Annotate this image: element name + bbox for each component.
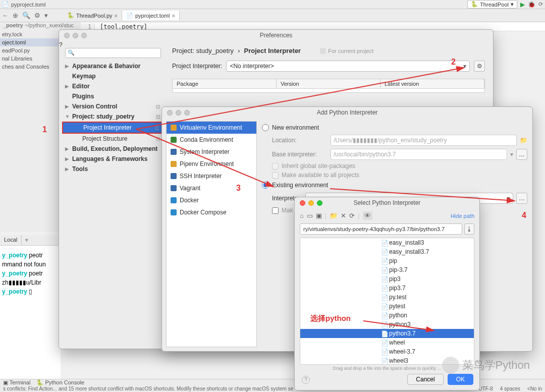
existing-environment-radio[interactable]: [262, 182, 269, 189]
settings-tree-item[interactable]: Project Interpreter⊡: [62, 122, 163, 134]
settings-tree-item[interactable]: ▶Editor: [62, 81, 163, 91]
sidebar-item[interactable]: oject.toml: [0, 38, 61, 46]
file-list-item[interactable]: 📄pip3: [300, 274, 474, 284]
file-list[interactable]: 选择python 📄easy_install3📄easy_install3.7📄…: [300, 238, 474, 365]
location-input[interactable]: [331, 135, 517, 146]
interpreter-type-item[interactable]: SSH Interpreter: [167, 170, 256, 182]
settings-tree-item[interactable]: Keymap: [62, 71, 163, 81]
col-version[interactable]: Version: [277, 79, 380, 88]
show-hidden-icon[interactable]: 👁: [363, 211, 372, 220]
close-icon[interactable]: ×: [115, 13, 118, 19]
file-icon: 📄: [381, 340, 387, 346]
settings-tree-item[interactable]: ▶Tools: [62, 164, 163, 174]
sidebar-item[interactable]: nal Libraries: [0, 54, 61, 63]
more-icon[interactable]: ⟳: [538, 1, 543, 8]
run-icon[interactable]: ▶: [520, 1, 525, 8]
file-list-item[interactable]: 📄easy_install3.7: [300, 247, 474, 256]
chevron-down-icon: ▾: [511, 1, 514, 8]
file-list-item[interactable]: 📄pip-3.7: [300, 265, 474, 274]
file-list-item[interactable]: 📄pip3.7: [300, 284, 474, 293]
debug-icon[interactable]: 🐞: [528, 1, 535, 8]
settings-search[interactable]: 🔍: [65, 48, 161, 58]
new-environment-radio[interactable]: [262, 124, 269, 131]
close-icon[interactable]: ×: [172, 13, 175, 19]
tab-threadpool[interactable]: 🐍 ThreadPool.py ×: [63, 11, 122, 20]
file-icon: 📄: [381, 240, 387, 246]
file-icon: 📄: [126, 12, 133, 19]
interpreter-dropdown[interactable]: <No interpreter> ▾: [226, 61, 470, 72]
sidebar-item[interactable]: etry.lock: [0, 30, 61, 38]
settings-tree-item[interactable]: ▶Version Control⊡: [62, 101, 163, 111]
settings-tree-item[interactable]: ▶Build, Execution, Deployment: [62, 144, 163, 154]
file-list-item[interactable]: 📄wheel-3.7: [300, 347, 474, 356]
interpreter-type-list[interactable]: Virtualenv EnvironmentConda EnvironmentS…: [166, 121, 257, 347]
location-label: Location:: [272, 137, 328, 144]
help-icon[interactable]: ?: [302, 376, 310, 384]
file-list-item[interactable]: 📄python3.7: [300, 329, 474, 338]
python-icon: 🐍: [67, 12, 74, 19]
encoding[interactable]: UTF-8: [478, 386, 493, 392]
back-icon[interactable]: ←: [2, 12, 9, 19]
settings-tree-item[interactable]: ▶Appearance & Behavior: [62, 61, 163, 71]
indent[interactable]: 4 spaces: [500, 386, 520, 392]
home-icon[interactable]: ⌂: [300, 212, 304, 219]
folder-icon[interactable]: 📁: [520, 137, 527, 144]
delete-icon[interactable]: ✕: [341, 212, 346, 219]
settings-tree-item[interactable]: Project Structure⊡: [62, 134, 163, 144]
make-available-checkbox[interactable]: [272, 172, 279, 179]
settings-tree-item[interactable]: Plugins: [62, 91, 163, 101]
desktop-icon[interactable]: ▭: [307, 212, 313, 219]
col-latest[interactable]: Latest version: [380, 79, 484, 88]
make-available-label: Make available to all projects: [282, 172, 359, 179]
hide-path-link[interactable]: Hide path: [451, 213, 474, 219]
sidebar-item[interactable]: eadPool.py: [0, 46, 61, 54]
chevron-icon[interactable]: ▾: [44, 12, 48, 19]
status-interpreter[interactable]: <No in: [527, 386, 542, 392]
find-icon[interactable]: 🔍: [22, 12, 30, 19]
new-folder-icon[interactable]: 📁: [330, 212, 338, 219]
gear-button[interactable]: ⚙: [474, 61, 485, 72]
terminal-tool[interactable]: ▣ Terminal: [3, 379, 30, 386]
tab-label: pyproject.toml: [135, 13, 170, 19]
file-list-item[interactable]: 📄py.test: [300, 293, 474, 302]
sync-icon[interactable]: ⊕: [13, 12, 18, 19]
browse-button[interactable]: …: [516, 149, 527, 160]
file-list-item[interactable]: 📄pip: [300, 256, 474, 265]
refresh-icon[interactable]: ⟳: [349, 212, 355, 219]
python-console-tool[interactable]: 🐍 Python Console: [36, 379, 84, 386]
interpreter-type-item[interactable]: Virtualenv Environment: [167, 122, 256, 134]
inherit-checkbox[interactable]: [272, 163, 279, 170]
terminal-body[interactable]: y_poetry peotrmmand not founy_poetry poe…: [0, 246, 61, 301]
interpreter-type-item[interactable]: Docker Compose: [167, 206, 256, 218]
settings-tree-item[interactable]: ▼Project: study_poetry⊡: [62, 111, 163, 122]
download-icon[interactable]: ⭳: [464, 223, 474, 235]
interpreter-type-item[interactable]: Conda Environment: [167, 134, 256, 146]
run-config-name: ThreadPool: [480, 2, 509, 8]
path-input[interactable]: ry/virtualenvs/study-poetry-43qqhuyh-py3…: [300, 223, 462, 235]
make-checkbox-2[interactable]: [272, 207, 279, 214]
file-chooser-toolbar: ⌂ ▭ ▣ | 📁 ✕ ⟳ | 👁 Hide path: [300, 211, 474, 220]
base-interpreter-input[interactable]: [331, 149, 507, 160]
col-package[interactable]: Package: [173, 79, 277, 88]
run-config-selector[interactable]: 🐍 ThreadPool ▾: [467, 0, 517, 9]
add-terminal-icon[interactable]: +: [22, 235, 31, 245]
interpreter-type-item[interactable]: Pipenv Environment: [167, 158, 256, 170]
sidebar-item[interactable]: ches and Consoles: [0, 63, 61, 71]
settings-breadcrumb: Project: study_poetry › Project Interpre…: [168, 45, 489, 57]
settings-icon[interactable]: ⚙: [34, 12, 40, 19]
terminal-tab-local[interactable]: Local: [0, 235, 22, 245]
interpreter-type-item[interactable]: Vagrant: [167, 182, 256, 194]
file-list-item[interactable]: 📄pytest: [300, 302, 474, 311]
ok-button[interactable]: OK: [448, 374, 473, 385]
interpreter-type-item[interactable]: System Interpreter: [167, 146, 256, 158]
interpreter-type-item[interactable]: Docker: [167, 194, 256, 206]
tab-pyproject[interactable]: 📄 pyproject.toml ×: [122, 11, 180, 20]
cancel-button[interactable]: Cancel: [407, 374, 443, 385]
file-icon: 📄: [381, 358, 387, 364]
browse-button[interactable]: …: [516, 193, 527, 204]
file-list-item[interactable]: 📄wheel: [300, 338, 474, 347]
settings-tree-item[interactable]: ▶Languages & Frameworks: [62, 154, 163, 164]
settings-tree[interactable]: ▶Appearance & BehaviorKeymap▶EditorPlugi…: [62, 61, 163, 174]
file-list-item[interactable]: 📄easy_install3: [300, 238, 474, 247]
project-icon[interactable]: ▣: [316, 212, 322, 219]
